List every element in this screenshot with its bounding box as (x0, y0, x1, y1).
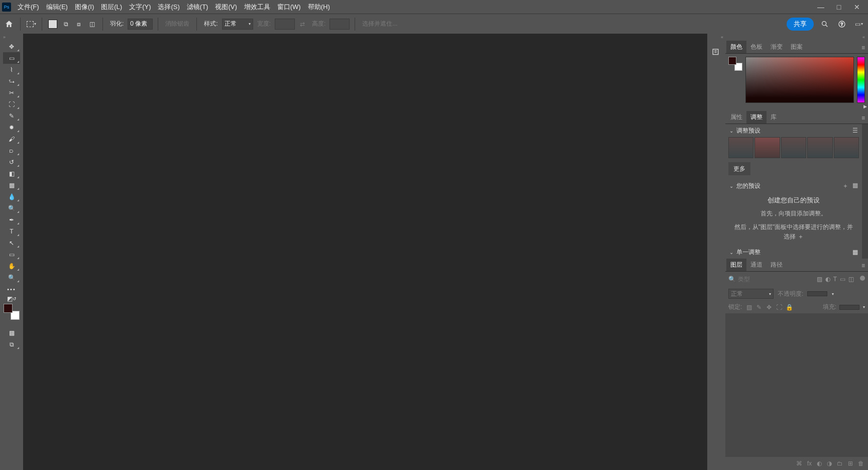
home-button[interactable] (3, 18, 15, 30)
canvas-area[interactable] (23, 34, 707, 470)
object-select-tool[interactable]: ⮑ (3, 75, 20, 87)
preset-thumb[interactable] (807, 137, 832, 158)
close-button[interactable]: ✕ (848, 0, 866, 14)
quickmask-button[interactable]: ▩ (3, 327, 20, 338)
single-adjust-header[interactable]: ⌄ 单一调整 ▦ (725, 246, 862, 259)
crop-tool[interactable]: ✂ (3, 87, 20, 98)
filter-type-icon[interactable]: T (833, 276, 837, 283)
rectangle-tool[interactable]: ▭ (3, 249, 20, 260)
lock-all-icon: 🔒 (785, 303, 793, 311)
color-fgbg[interactable] (728, 57, 742, 71)
lasso-tool[interactable]: ⌇ (3, 64, 20, 75)
layers-panel-menu-icon[interactable]: ≡ (858, 260, 868, 271)
default-colors-icon[interactable]: ◩ ↺ (3, 295, 20, 303)
tool-preset-picker[interactable]: ▾ (26, 19, 37, 30)
properties-panel-menu-icon[interactable]: ≡ (858, 112, 868, 124)
more-presets-button[interactable]: 更多 (728, 162, 750, 175)
middock-collapse-handle[interactable]: « (707, 34, 725, 41)
layer-filter-input[interactable] (738, 274, 813, 285)
filter-pixel-icon[interactable]: ▨ (817, 276, 822, 283)
tab-adjustments[interactable]: 调整 (746, 111, 767, 124)
new-selection-button[interactable] (47, 19, 58, 30)
menu-filter[interactable]: 滤镜(T) (183, 0, 212, 14)
link-layers-icon: ⌘ (796, 460, 802, 467)
help-icon[interactable]: ? (836, 18, 848, 30)
menu-file[interactable]: 文件(F) (14, 0, 43, 14)
filter-adjust-icon[interactable]: ◐ (825, 276, 830, 283)
menu-edit[interactable]: 编辑(E) (43, 0, 71, 14)
clone-stamp-tool[interactable]: ⫐ (3, 145, 20, 156)
edit-toolbar[interactable]: ••• (3, 283, 20, 295)
feather-input[interactable] (128, 19, 153, 30)
hue-slider[interactable] (857, 57, 865, 103)
intersect-selection-button[interactable]: ◫ (86, 19, 97, 30)
zoom-tool[interactable]: 🔍 (3, 272, 20, 283)
eraser-tool[interactable]: ◧ (3, 168, 20, 179)
filter-toggle[interactable] (860, 276, 865, 281)
preset-thumb[interactable] (781, 137, 806, 158)
your-presets-header[interactable]: ⌄ 您的预设 ＋ ▦ (725, 179, 862, 192)
preset-thumb[interactable] (728, 137, 753, 158)
color-picker[interactable] (745, 57, 854, 103)
eyedropper-tool[interactable]: ✎ (3, 110, 20, 122)
tab-paths[interactable]: 路径 (767, 259, 787, 271)
style-select[interactable]: 正常▾ (222, 19, 253, 30)
tab-color[interactable]: 颜色 (726, 41, 746, 53)
preset-thumb[interactable] (834, 137, 859, 158)
tab-layers[interactable]: 图层 (726, 259, 746, 271)
type-tool[interactable]: T (3, 225, 20, 237)
blur-tool[interactable]: 💧 (3, 191, 20, 202)
tab-channels[interactable]: 通道 (746, 259, 767, 271)
menu-layer[interactable]: 图层(L) (97, 0, 126, 14)
preset-thumb[interactable] (754, 137, 780, 158)
fg-bg-swatch[interactable] (4, 304, 20, 320)
move-tool[interactable]: ✥ (3, 41, 20, 52)
marquee-tool[interactable]: ▭ (3, 52, 20, 64)
search-icon[interactable] (819, 18, 831, 30)
add-selection-button[interactable]: ⧉ (60, 19, 71, 30)
path-select-tool[interactable]: ↖ (3, 237, 20, 249)
list-view-icon[interactable]: ☰ (852, 127, 858, 134)
menu-help[interactable]: 帮助(H) (304, 0, 334, 14)
menu-plugins[interactable]: 增效工具 (241, 0, 274, 14)
rightcol-collapse-handle[interactable]: « (725, 34, 868, 41)
tab-patterns[interactable]: 图案 (787, 41, 807, 53)
svg-text:?: ? (841, 22, 843, 27)
grid-view-icon[interactable]: ▦ (852, 182, 858, 190)
toolbar-collapse-handle[interactable]: » (0, 34, 23, 41)
grid-view-icon[interactable]: ▦ (852, 249, 858, 256)
history-panel-icon[interactable] (710, 46, 723, 59)
menu-type[interactable]: 文字(Y) (126, 0, 154, 14)
tab-swatches[interactable]: 色板 (746, 41, 767, 53)
gradient-tool[interactable]: ▦ (3, 179, 20, 191)
dodge-tool[interactable]: 🔍 (3, 202, 20, 214)
share-button[interactable]: 共享 (787, 18, 814, 31)
healing-brush-tool[interactable]: ✹ (3, 122, 20, 133)
menu-window[interactable]: 窗口(W) (274, 0, 304, 14)
hand-tool[interactable]: ✋ (3, 260, 20, 272)
pen-tool[interactable]: ✒ (3, 214, 20, 225)
search-icon[interactable]: 🔍 (728, 276, 736, 283)
filter-shape-icon[interactable]: ▭ (840, 276, 845, 283)
layers-list[interactable] (725, 313, 868, 457)
filter-smart-icon[interactable]: ◫ (848, 276, 854, 283)
menu-view[interactable]: 视图(V) (211, 0, 240, 14)
subtract-selection-button[interactable]: ⧈ (73, 19, 84, 30)
menu-image[interactable]: 图像(I) (71, 0, 97, 14)
tab-libraries[interactable]: 库 (767, 111, 781, 124)
screenmode-button[interactable]: ⧉ (3, 338, 20, 350)
frame-tool[interactable]: ⛶ (3, 98, 20, 110)
tab-gradients[interactable]: 渐变 (767, 41, 787, 53)
adjust-presets-header[interactable]: ⌄ 调整预设 ☰ (725, 124, 862, 137)
workspace-switcher-icon[interactable]: ▭▾ (853, 18, 865, 30)
add-preset-icon[interactable]: ＋ (842, 182, 848, 190)
tab-properties[interactable]: 属性 (726, 111, 746, 124)
adjust-scrollbar[interactable] (862, 124, 868, 259)
menu-select[interactable]: 选择(S) (154, 0, 183, 14)
minimize-button[interactable]: — (812, 0, 830, 14)
history-brush-tool[interactable]: ↺ (3, 156, 20, 168)
maximize-button[interactable]: □ (830, 0, 848, 14)
fg-color[interactable] (4, 304, 13, 313)
brush-tool[interactable]: 🖌 (3, 133, 20, 145)
color-panel-menu-icon[interactable]: ≡ (858, 42, 868, 53)
